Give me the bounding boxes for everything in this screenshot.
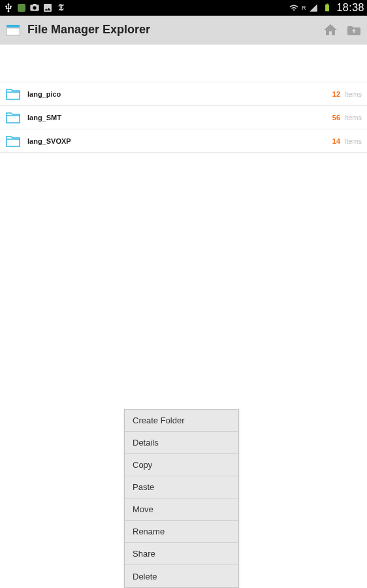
file-row[interactable]: lang_SVOXP 14 Items	[0, 129, 367, 153]
network-label: R	[302, 5, 306, 11]
file-name: lang_SVOXP	[27, 137, 332, 145]
menu-item-paste[interactable]: Paste	[125, 476, 238, 498]
menu-item-move[interactable]: Move	[125, 498, 238, 521]
file-count: 14	[332, 137, 340, 145]
file-count: 12	[332, 90, 340, 98]
file-unit: Items	[344, 90, 362, 98]
status-bar: 𝕿 R 18:38	[0, 0, 367, 16]
menu-item-share[interactable]: Share	[125, 543, 238, 565]
home-icon[interactable]	[323, 22, 338, 38]
up-folder-icon[interactable]	[346, 22, 362, 38]
file-list-container: lang_pico 12 Items lang_SMT 56 Items lan…	[0, 44, 367, 153]
folder-icon	[5, 111, 21, 124]
status-right-icons: R 18:38	[288, 2, 364, 14]
svg-rect-3	[7, 25, 20, 27]
status-time: 18:38	[336, 2, 364, 14]
file-count: 56	[332, 114, 340, 122]
menu-item-delete[interactable]: Delete	[125, 565, 238, 587]
image-icon	[42, 2, 54, 14]
menu-item-details[interactable]: Details	[125, 432, 238, 454]
signal-icon	[308, 2, 319, 14]
camera-icon	[29, 2, 40, 14]
wifi-icon	[288, 2, 300, 14]
usb-icon	[3, 2, 14, 14]
svg-rect-1	[326, 5, 330, 12]
app-notification-icon	[16, 2, 27, 14]
folder-icon	[5, 88, 21, 101]
file-row[interactable]: lang_SMT 56 Items	[0, 106, 367, 129]
battery-icon	[321, 2, 333, 14]
file-unit: Items	[344, 114, 362, 122]
context-menu: Create FolderDetailsCopyPasteMoveRenameS…	[124, 409, 239, 588]
app-bar: File Manager Explorer	[0, 16, 367, 44]
file-row[interactable]: lang_pico 12 Items	[0, 82, 367, 106]
path-spacer	[0, 44, 367, 82]
file-name: lang_SMT	[27, 114, 332, 122]
menu-item-rename[interactable]: Rename	[125, 521, 238, 543]
app-logo-icon	[5, 22, 21, 38]
status-left-icons: 𝕿	[3, 2, 67, 14]
svg-rect-0	[18, 4, 25, 12]
svg-rect-4	[7, 28, 20, 35]
menu-item-copy[interactable]: Copy	[125, 454, 238, 476]
file-name: lang_pico	[27, 90, 332, 98]
svg-rect-2	[327, 4, 328, 5]
nyt-icon: 𝕿	[55, 2, 67, 14]
app-title: File Manager Explorer	[27, 23, 323, 37]
menu-item-create-folder[interactable]: Create Folder	[125, 410, 238, 432]
file-unit: Items	[344, 137, 362, 145]
folder-icon	[5, 135, 21, 148]
